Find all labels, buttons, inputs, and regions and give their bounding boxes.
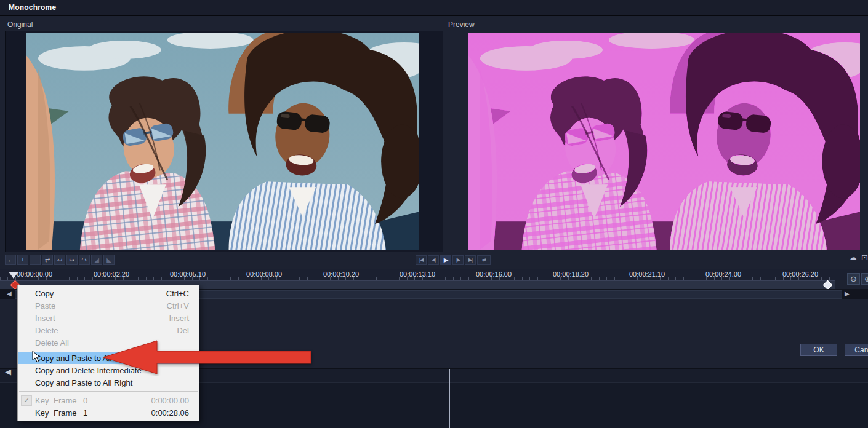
original-panel-label: Original <box>7 20 33 29</box>
menu-label: Copy and Delete Intermediate <box>35 366 189 375</box>
fade-out-icon: ◣ <box>106 256 111 263</box>
go-previous-keyframe-button[interactable]: ← <box>5 255 16 265</box>
reverse-keyframes-icon: ⇄ <box>45 256 50 263</box>
ok-button[interactable]: OK <box>800 344 837 356</box>
next-frame-button[interactable]: |▶ <box>452 255 464 265</box>
previous-keyframe-icon: ← <box>7 256 14 263</box>
original-video-preview <box>26 33 419 250</box>
playback-controls: |◀ ◀| ▶ |▶ ▶| ⇄ <box>416 255 491 265</box>
menu-item-paste[interactable]: Paste Ctrl+V <box>18 299 199 312</box>
move-keyframe-right-button[interactable]: ↦ <box>66 255 78 265</box>
cancel-button[interactable]: Cancel <box>845 344 868 356</box>
bottom-playhead-line <box>449 369 450 428</box>
fade-in-icon: ◢ <box>94 256 99 263</box>
title-bar: Monochrome <box>0 0 868 16</box>
monochrome-filter-dialog: Monochrome Original Preview <box>0 0 868 428</box>
keyframe-index: 0 <box>83 396 95 405</box>
menu-item-keyframe-0[interactable]: ✓ Key Frame 0 0:00:00.00 <box>18 394 199 406</box>
add-keyframe-button[interactable]: + <box>17 255 28 265</box>
timeline-zoom-in-button[interactable]: ⊕ <box>861 273 868 285</box>
menu-shortcut: Ctrl+V <box>167 301 189 311</box>
go-to-end-button[interactable]: ▶| <box>465 255 476 265</box>
fade-in-button[interactable]: ◢ <box>91 255 102 265</box>
zoom-out-icon: ⊖ <box>850 274 857 283</box>
add-keyframe-icon: + <box>21 256 25 263</box>
cloud-icon: ☁ <box>849 253 857 262</box>
playhead-marker[interactable] <box>9 272 18 279</box>
menu-label: Delete <box>35 326 177 335</box>
menu-separator <box>19 391 198 392</box>
play-icon: ▶ <box>444 256 448 263</box>
loop-playback-button[interactable]: ⇄ <box>477 255 491 265</box>
move-keyframe-left-button[interactable]: ↤ <box>54 255 65 265</box>
keyframe-time: 0:00:28.06 <box>95 408 189 418</box>
next-frame-icon: |▶ <box>456 257 460 263</box>
menu-label: Copy <box>35 289 166 298</box>
menu-shortcut: Del <box>177 326 189 335</box>
keyframe-toolbar: ← + − ⇄ ↤ ↦ ↪ ◢ ◣ <box>5 255 115 265</box>
keyframe-time: 0:00:00.00 <box>95 396 189 405</box>
enlarge-preview-icon: ⊡ <box>861 253 868 262</box>
menu-label: Insert <box>35 314 169 323</box>
keyframe-index: 1 <box>83 408 95 418</box>
remove-keyframe-icon: − <box>33 256 37 263</box>
keyframe-frame-label: Frame <box>54 408 83 418</box>
menu-label: Paste <box>35 301 167 311</box>
go-to-end-icon: ▶| <box>468 257 472 263</box>
menu-label: Delete All <box>35 338 189 347</box>
menu-item-copy-and-paste-to-all[interactable]: Copy and Paste to All <box>18 352 199 364</box>
loop-icon: ⇄ <box>482 257 486 263</box>
menu-shortcut: Insert <box>169 314 189 323</box>
menu-item-copy-and-paste-to-all-right[interactable]: Copy and Paste to All Right <box>18 376 199 389</box>
menu-label: Copy and Paste to All Right <box>35 378 189 387</box>
timeline-zoom-out-button[interactable]: ⊖ <box>847 273 860 285</box>
zoom-in-icon: ⊕ <box>864 274 868 283</box>
move-left-icon: ↤ <box>57 256 62 263</box>
preview-panel-label: Preview <box>448 20 475 29</box>
menu-item-delete-all[interactable]: Delete All <box>18 336 199 349</box>
enlarge-preview-button[interactable]: ⊡ <box>859 253 868 263</box>
keyframe-context-menu: Copy Ctrl+C Paste Ctrl+V Insert Insert D… <box>17 285 199 421</box>
go-to-start-button[interactable]: |◀ <box>416 255 427 265</box>
fade-out-button[interactable]: ◣ <box>103 255 115 265</box>
next-keyframe-icon: ↪ <box>82 256 87 263</box>
keyframe-key-label: Key <box>35 408 54 418</box>
go-next-keyframe-button[interactable]: ↪ <box>79 255 90 265</box>
cloud-button[interactable]: ☁ <box>848 253 858 263</box>
keyframe-key-label: Key <box>35 396 54 405</box>
remove-keyframe-button[interactable]: − <box>30 255 41 265</box>
previous-frame-button[interactable]: ◀| <box>428 255 439 265</box>
checkmark-icon: ✓ <box>21 395 32 406</box>
menu-item-delete[interactable]: Delete Del <box>18 324 199 336</box>
boat-friends-photo <box>468 33 860 250</box>
menu-shortcut: Ctrl+C <box>166 289 189 298</box>
preview-video-monochrome <box>468 33 860 250</box>
menu-item-copy-and-delete-intermediate[interactable]: Copy and Delete Intermediate <box>18 364 199 376</box>
track-scroll-left-icon[interactable]: ◀ <box>5 367 11 376</box>
boat-friends-photo <box>26 33 419 250</box>
previous-frame-icon: ◀| <box>432 257 435 263</box>
menu-item-copy[interactable]: Copy Ctrl+C <box>18 287 199 299</box>
go-to-start-icon: |◀ <box>419 257 423 263</box>
keyframe-frame-label: Frame <box>54 396 83 405</box>
scroll-left-arrow-icon[interactable]: ◀ <box>7 289 12 299</box>
ok-label: OK <box>813 346 824 354</box>
play-button[interactable]: ▶ <box>440 255 451 265</box>
dialog-title: Monochrome <box>9 3 56 12</box>
reverse-keyframes-button[interactable]: ⇄ <box>42 255 53 265</box>
menu-item-insert[interactable]: Insert Insert <box>18 312 199 324</box>
cancel-label: Cancel <box>854 346 868 354</box>
menu-item-keyframe-1[interactable]: Key Frame 1 0:00:28.06 <box>18 406 199 419</box>
move-right-icon: ↦ <box>70 256 74 263</box>
menu-label: Copy and Paste to All <box>35 354 189 363</box>
scroll-right-arrow-icon[interactable]: ▶ <box>845 289 850 299</box>
